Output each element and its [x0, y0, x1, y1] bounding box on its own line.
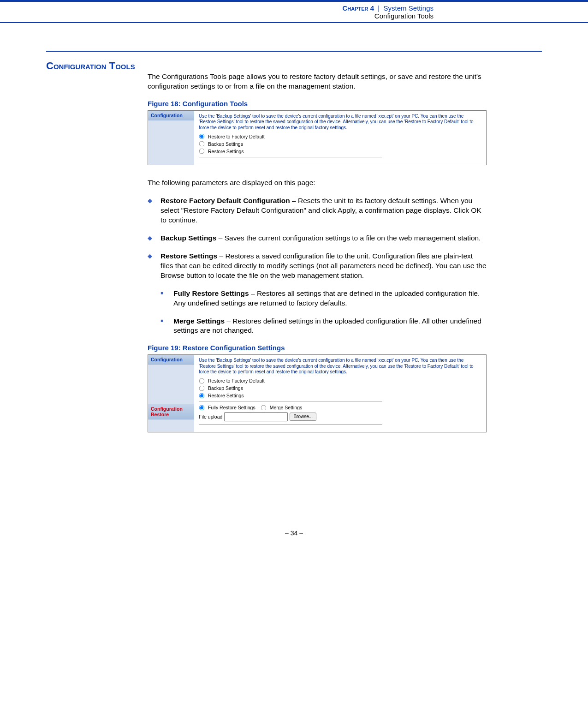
bullet-restore-bold: Restore Settings	[160, 252, 217, 260]
fig18-content: Use the 'Backup Settings' tool to save t…	[194, 111, 486, 165]
fig19-merge-label: Merge Settings	[270, 405, 303, 410]
fig19-radio-merge[interactable]	[261, 405, 266, 411]
bullet-fully-restore: Fully Restore Settings – Restores all se…	[160, 289, 487, 308]
bullet-fully-restore-bold: Fully Restore Settings	[173, 289, 249, 297]
fig18-backup-label: Backup Settings	[208, 141, 243, 147]
fig19-restore-label: Restore Settings	[208, 393, 244, 398]
fig19-file-upload-input[interactable]	[224, 412, 288, 421]
fig19-backup-label: Backup Settings	[208, 385, 243, 391]
page-number: – 34 –	[46, 529, 542, 551]
fig19-radio-restore[interactable]	[199, 393, 205, 399]
figure-19-label: Figure 19: Restore Configuration Setting…	[148, 344, 487, 352]
fig19-file-upload-label: File upload	[199, 414, 222, 419]
bullet-restore: Restore Settings – Restores a saved conf…	[148, 252, 487, 281]
fig19-sidebar-spacer	[148, 365, 194, 404]
bullet-merge-bold: Merge Settings	[173, 317, 225, 325]
fig19-sidebar: Configuration Configuration Restore	[148, 355, 194, 432]
fig19-divider-1	[199, 401, 382, 402]
fig19-radio-backup[interactable]	[199, 386, 205, 391]
fig18-restore-label: Restore Settings	[208, 149, 244, 154]
fig18-radio-restore-default[interactable]	[199, 134, 205, 139]
params-intro: The following parameters are displayed o…	[148, 178, 487, 188]
bullet-restore-factory-bold: Restore Factory Default Configuration	[160, 197, 290, 204]
fig18-sidebar: Configuration	[148, 111, 194, 165]
bullet-merge: Merge Settings – Restores defined settin…	[160, 317, 487, 336]
fig19-radio-fully-restore[interactable]	[199, 405, 205, 411]
bullet-backup: Backup Settings – Saves the current conf…	[148, 234, 487, 243]
header-subsection: Configuration Tools	[0, 12, 434, 20]
fig19-sidebar-configuration[interactable]: Configuration	[148, 355, 194, 365]
fig19-browse-button[interactable]: Browse...	[290, 413, 316, 421]
parameter-list: Restore Factory Default Configuration – …	[148, 196, 487, 280]
header-section: System Settings	[384, 4, 434, 12]
figure-19-screenshot: Configuration Configuration Restore Use …	[148, 354, 487, 432]
figure-18-screenshot: Configuration Use the 'Backup Settings' …	[148, 110, 487, 166]
header-separator: |	[378, 4, 380, 12]
bullet-restore-factory: Restore Factory Default Configuration – …	[148, 196, 487, 225]
fig19-content: Use the 'Backup Settings' tool to save t…	[194, 355, 486, 432]
section-title: Configuration Tools	[46, 60, 542, 72]
bullet-backup-bold: Backup Settings	[160, 234, 216, 242]
fig18-restore-default-label: Restore to Factory Default	[208, 134, 265, 139]
intro-paragraph: The Configurations Tools page allows you…	[148, 72, 487, 91]
sub-parameter-list: Fully Restore Settings – Restores all se…	[148, 289, 487, 336]
fig18-help-text: Use the 'Backup Settings' tool to save t…	[199, 114, 481, 131]
page-header: Chapter 4 | System Settings Configuratio…	[0, 0, 588, 23]
fig19-sidebar-configuration-restore[interactable]: Configuration Restore	[148, 404, 194, 419]
fig19-restore-default-label: Restore to Factory Default	[208, 378, 265, 383]
bullet-backup-text: – Saves the current configuration settin…	[216, 234, 481, 242]
fig19-radio-restore-default[interactable]	[199, 378, 205, 384]
header-line-1: Chapter 4 | System Settings	[0, 4, 434, 12]
section-divider	[46, 51, 542, 52]
fig18-radio-restore[interactable]	[199, 149, 205, 154]
chapter-label: Chapter 4	[342, 4, 374, 12]
fig19-divider-2	[199, 424, 382, 425]
figure-18-label: Figure 18: Configuration Tools	[148, 100, 487, 108]
fig18-sidebar-configuration[interactable]: Configuration	[148, 111, 194, 120]
page-body: Configuration Tools The Configurations T…	[0, 23, 588, 551]
fig19-fully-label: Fully Restore Settings	[208, 405, 255, 410]
fig19-help-text: Use the 'Backup Settings' tool to save t…	[199, 358, 481, 375]
fig18-radio-backup[interactable]	[199, 141, 205, 147]
fig18-divider	[199, 157, 382, 157]
